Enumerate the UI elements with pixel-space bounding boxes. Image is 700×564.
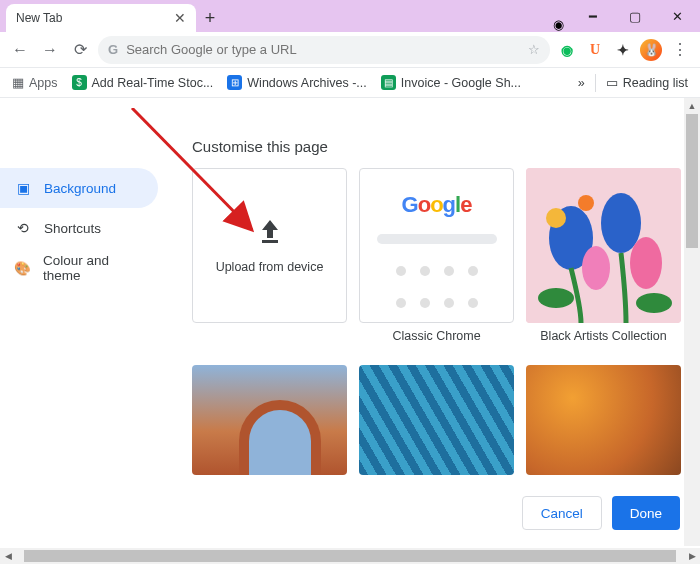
new-tab-button[interactable]: + (196, 4, 224, 32)
sidebar-item-background[interactable]: ▣ Background (0, 168, 158, 208)
maximize-button[interactable]: ▢ (614, 2, 656, 30)
bookmark-favicon: $ (72, 75, 87, 90)
svg-point-9 (636, 293, 672, 313)
theme-earth-card[interactable] (192, 365, 347, 475)
done-label: Done (630, 506, 662, 521)
upload-label: Upload from device (216, 260, 324, 274)
dialog-footer: Cancel Done (518, 488, 684, 538)
bookmarks-overflow-button[interactable]: » (578, 76, 585, 90)
extension-grammarly-icon[interactable]: ◉ (556, 39, 578, 61)
background-grid: Upload from device Google Classic Chrome (192, 168, 680, 475)
bookmark-star-icon[interactable]: ☆ (528, 42, 540, 57)
sidebar-item-label: Shortcuts (44, 221, 101, 236)
svg-rect-0 (262, 240, 278, 243)
sidebar-item-label: Colour and theme (43, 253, 144, 283)
page-content: ▲ Customise this page ▣ Background ⟲ Sho… (0, 98, 700, 564)
theme-geometric-card[interactable] (359, 365, 514, 475)
card-label-empty (192, 329, 347, 353)
cancel-label: Cancel (541, 506, 583, 521)
bookmark-item[interactable]: ▤ Invoice - Google Sh... (381, 75, 521, 90)
mock-shortcuts-row (396, 298, 478, 308)
tab-title: New Tab (16, 11, 62, 25)
classic-chrome-card[interactable]: Google (359, 168, 514, 323)
card-label: Classic Chrome (359, 329, 514, 353)
guest-icon[interactable]: ◉ (553, 17, 564, 32)
mock-search-bar (377, 234, 497, 244)
close-window-button[interactable]: ✕ (656, 2, 698, 30)
upload-from-device-card[interactable]: Upload from device (192, 168, 347, 323)
svg-point-5 (582, 246, 610, 290)
extension-u-icon[interactable]: U (584, 39, 606, 61)
bookmark-label: Invoice - Google Sh... (401, 76, 521, 90)
window-controls: ━ ▢ ✕ (572, 0, 700, 32)
cancel-button[interactable]: Cancel (522, 496, 602, 530)
done-button[interactable]: Done (612, 496, 680, 530)
profile-avatar[interactable]: 🐰 (640, 39, 662, 61)
upload-icon (259, 218, 281, 250)
forward-button[interactable]: → (38, 38, 62, 62)
black-artists-collection-card[interactable] (526, 168, 681, 323)
apps-label: Apps (29, 76, 58, 90)
sidebar-item-colour-theme[interactable]: 🎨 Colour and theme (0, 248, 158, 288)
browser-toolbar: ← → ⟳ G ☆ ◉ U ✦ 🐰 ⋮ (0, 32, 700, 68)
card-label: Black Artists Collection (526, 329, 681, 353)
sidebar-item-label: Background (44, 181, 116, 196)
flower-art-icon (526, 168, 681, 323)
apps-shortcut[interactable]: ▦ Apps (12, 75, 58, 90)
svg-point-4 (630, 237, 662, 289)
search-provider-icon: G (108, 42, 118, 57)
bookmark-item[interactable]: ⊞ Windows Archives -... (227, 75, 366, 90)
bookmark-favicon: ▤ (381, 75, 396, 90)
mock-shortcuts-row (396, 266, 478, 276)
svg-point-8 (538, 288, 574, 308)
omnibox-input[interactable] (126, 42, 520, 57)
bookmarks-bar: ▦ Apps $ Add Real-Time Stoc... ⊞ Windows… (0, 68, 700, 98)
google-logo: Google (402, 192, 472, 218)
bookmark-item[interactable]: $ Add Real-Time Stoc... (72, 75, 214, 90)
sidebar-item-shortcuts[interactable]: ⟲ Shortcuts (0, 208, 158, 248)
chrome-menu-button[interactable]: ⋮ (668, 38, 692, 62)
reading-list-label: Reading list (623, 76, 688, 90)
separator (595, 74, 596, 92)
scroll-left-icon[interactable]: ◀ (0, 548, 16, 564)
bookmark-label: Windows Archives -... (247, 76, 366, 90)
back-button[interactable]: ← (8, 38, 32, 62)
reading-list-button[interactable]: ▭ Reading list (606, 75, 688, 90)
svg-point-6 (546, 208, 566, 228)
svg-point-3 (601, 193, 641, 253)
link-icon: ⟲ (14, 219, 32, 237)
image-icon: ▣ (14, 179, 32, 197)
svg-point-7 (578, 195, 594, 211)
scroll-right-icon[interactable]: ▶ (684, 548, 700, 564)
bookmark-favicon: ⊞ (227, 75, 242, 90)
theme-texture-card[interactable] (526, 365, 681, 475)
apps-grid-icon: ▦ (12, 75, 24, 90)
bookmark-label: Add Real-Time Stoc... (92, 76, 214, 90)
dialog-title: Customise this page (192, 138, 328, 155)
reading-list-icon: ▭ (606, 75, 618, 90)
reload-button[interactable]: ⟳ (68, 38, 92, 62)
browser-tab[interactable]: New Tab ✕ (6, 4, 196, 32)
scroll-thumb[interactable] (24, 550, 676, 562)
address-bar[interactable]: G ☆ (98, 36, 550, 64)
dialog-sidebar: ▣ Background ⟲ Shortcuts 🎨 Colour and th… (0, 98, 170, 564)
minimize-button[interactable]: ━ (572, 2, 614, 30)
horizontal-scrollbar[interactable]: ◀ ▶ (0, 548, 700, 564)
window-titlebar: New Tab ✕ + ◉ ━ ▢ ✕ (0, 0, 700, 32)
extensions-menu-icon[interactable]: ✦ (612, 39, 634, 61)
close-tab-icon[interactable]: ✕ (174, 10, 186, 26)
palette-icon: 🎨 (14, 259, 31, 277)
